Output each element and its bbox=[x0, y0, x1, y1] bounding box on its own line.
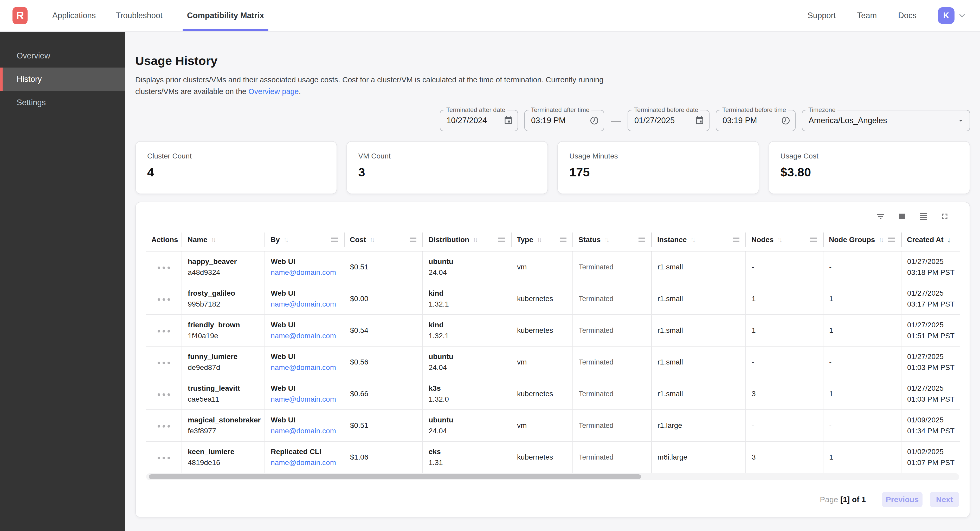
cell-nodes: - bbox=[746, 410, 823, 441]
terminated-before-time-value[interactable]: 03:19 PM bbox=[722, 116, 781, 125]
row-actions-button[interactable] bbox=[155, 264, 173, 272]
created-by-source: Web UI bbox=[271, 384, 339, 393]
column-header-status[interactable]: Status↑↓ bbox=[573, 228, 652, 251]
distribution-name: kind bbox=[429, 289, 506, 298]
sort-icon[interactable]: ↑↓ bbox=[690, 236, 696, 243]
row-actions-button[interactable] bbox=[155, 391, 173, 398]
next-page-button[interactable]: Next bbox=[930, 492, 959, 507]
distribution-name: eks bbox=[429, 448, 506, 456]
cell-type: vm bbox=[511, 410, 573, 441]
column-header-name[interactable]: Name↑↓ bbox=[182, 228, 265, 251]
table-row: happy_beavera48d9324Web UIname@domain.co… bbox=[146, 251, 960, 283]
overview-page-link[interactable]: Overview page bbox=[248, 87, 299, 96]
density-icon[interactable] bbox=[918, 211, 929, 222]
row-actions-button[interactable] bbox=[155, 454, 173, 462]
fullscreen-icon[interactable] bbox=[939, 211, 950, 222]
cell-actions bbox=[146, 315, 182, 346]
scrollbar-thumb[interactable] bbox=[149, 474, 641, 479]
created-date: 01/09/2025 bbox=[907, 416, 955, 424]
sort-icon[interactable]: ↑↓ bbox=[369, 236, 375, 243]
clock-icon[interactable] bbox=[781, 116, 791, 125]
nav-link-support[interactable]: Support bbox=[808, 11, 836, 20]
created-by-source: Web UI bbox=[271, 257, 339, 266]
column-header-type[interactable]: Type↑↓ bbox=[511, 228, 573, 251]
cell-status: Terminated bbox=[573, 251, 652, 283]
sidebar-item-history[interactable]: History bbox=[0, 68, 125, 91]
row-actions-button[interactable] bbox=[155, 422, 173, 430]
sidebar-item-overview[interactable]: Overview bbox=[0, 44, 125, 68]
row-actions-button[interactable] bbox=[155, 327, 173, 335]
cell-status: Terminated bbox=[573, 283, 652, 315]
column-header-instance[interactable]: Instance↑↓ bbox=[652, 228, 746, 251]
timezone-value[interactable]: America/Los_Angeles bbox=[808, 116, 956, 125]
terminated-after-time-value[interactable]: 03:19 PM bbox=[531, 116, 590, 125]
terminated-after-time-field[interactable]: Terminated after time 03:19 PM bbox=[524, 110, 604, 131]
sidebar-item-settings[interactable]: Settings bbox=[0, 91, 125, 114]
tab-compatibility-matrix[interactable]: Compatibility Matrix bbox=[183, 0, 269, 32]
nav-link-team[interactable]: Team bbox=[857, 11, 877, 20]
cell-distribution: kind1.32.1 bbox=[423, 315, 511, 346]
column-label: Node Groups bbox=[829, 236, 875, 244]
created-by-email-link[interactable]: name@domain.com bbox=[271, 300, 336, 308]
logo-letter: R bbox=[16, 10, 24, 22]
column-menu-icon[interactable] bbox=[810, 238, 817, 242]
created-by-source: Web UI bbox=[271, 416, 339, 424]
horizontal-scrollbar[interactable] bbox=[146, 473, 959, 480]
page-indicator: Page [1] of 1 bbox=[820, 495, 866, 504]
created-by-email-link[interactable]: name@domain.com bbox=[271, 363, 336, 371]
column-menu-icon[interactable] bbox=[560, 238, 566, 242]
clock-icon[interactable] bbox=[590, 116, 599, 125]
cell-nodes: - bbox=[746, 346, 823, 378]
sort-icon[interactable]: ↑↓ bbox=[211, 236, 216, 243]
previous-page-button[interactable]: Previous bbox=[882, 492, 923, 507]
sort-icon[interactable]: ↑↓ bbox=[283, 236, 289, 243]
dropdown-arrow-icon[interactable] bbox=[956, 116, 965, 125]
terminated-after-date-field[interactable]: Terminated after date 10/27/2024 bbox=[440, 110, 518, 131]
cell-distribution: k3s1.32.0 bbox=[423, 378, 511, 410]
column-header-node-groups[interactable]: Node Groups↑↓ bbox=[823, 228, 901, 251]
row-actions-button[interactable] bbox=[155, 359, 173, 367]
column-menu-icon[interactable] bbox=[638, 238, 645, 242]
column-header-cost[interactable]: Cost↑↓ bbox=[344, 228, 423, 251]
nav-link-docs[interactable]: Docs bbox=[898, 11, 916, 20]
replicated-logo[interactable]: R bbox=[13, 7, 27, 24]
avatar[interactable]: K bbox=[938, 7, 955, 24]
sort-icon[interactable]: ↑↓ bbox=[878, 236, 884, 243]
created-by-email-link[interactable]: name@domain.com bbox=[271, 332, 336, 340]
sort-icon[interactable]: ↑↓ bbox=[537, 236, 542, 243]
column-menu-icon[interactable] bbox=[331, 238, 338, 242]
terminated-after-date-value[interactable]: 10/27/2024 bbox=[447, 116, 504, 125]
sort-icon[interactable]: ↑↓ bbox=[777, 236, 783, 243]
column-header-by[interactable]: By↑↓ bbox=[265, 228, 344, 251]
column-menu-icon[interactable] bbox=[410, 238, 417, 242]
sort-desc-icon[interactable]: ↓ bbox=[947, 235, 951, 244]
terminated-before-date-field[interactable]: Terminated before date 01/27/2025 bbox=[628, 110, 710, 131]
created-by-email-link[interactable]: name@domain.com bbox=[271, 395, 336, 403]
account-menu[interactable]: K bbox=[938, 7, 966, 24]
terminated-before-time-field[interactable]: Terminated before time 03:19 PM bbox=[716, 110, 795, 131]
calendar-icon[interactable] bbox=[695, 116, 704, 125]
timezone-select[interactable]: Timezone America/Los_Angeles bbox=[802, 110, 970, 131]
sort-icon[interactable]: ↑↓ bbox=[473, 236, 478, 243]
row-actions-button[interactable] bbox=[155, 296, 173, 303]
terminated-before-date-value[interactable]: 01/27/2025 bbox=[634, 116, 695, 125]
column-header-created-at[interactable]: Created At↓ bbox=[901, 228, 960, 251]
tab-applications[interactable]: Applications bbox=[52, 0, 96, 32]
created-by-email-link[interactable]: name@domain.com bbox=[271, 268, 336, 276]
cell-actions bbox=[146, 410, 182, 441]
columns-icon[interactable] bbox=[897, 211, 907, 222]
sort-icon[interactable]: ↑↓ bbox=[605, 236, 609, 243]
filter-icon[interactable] bbox=[875, 211, 886, 222]
column-menu-icon[interactable] bbox=[888, 238, 895, 242]
column-menu-icon[interactable] bbox=[498, 238, 505, 242]
calendar-icon[interactable] bbox=[504, 116, 513, 125]
column-label: Distribution bbox=[428, 236, 469, 244]
column-header-nodes[interactable]: Nodes↑↓ bbox=[746, 228, 823, 251]
tab-troubleshoot[interactable]: Troubleshoot bbox=[116, 0, 162, 32]
table-row: frosty_galileo995b7182Web UIname@domain.… bbox=[146, 283, 960, 315]
chevron-down-icon[interactable] bbox=[958, 11, 966, 20]
column-menu-icon[interactable] bbox=[733, 238, 740, 242]
created-by-email-link[interactable]: name@domain.com bbox=[271, 427, 336, 435]
column-header-distribution[interactable]: Distribution↑↓ bbox=[423, 228, 511, 251]
created-by-email-link[interactable]: name@domain.com bbox=[271, 458, 336, 467]
